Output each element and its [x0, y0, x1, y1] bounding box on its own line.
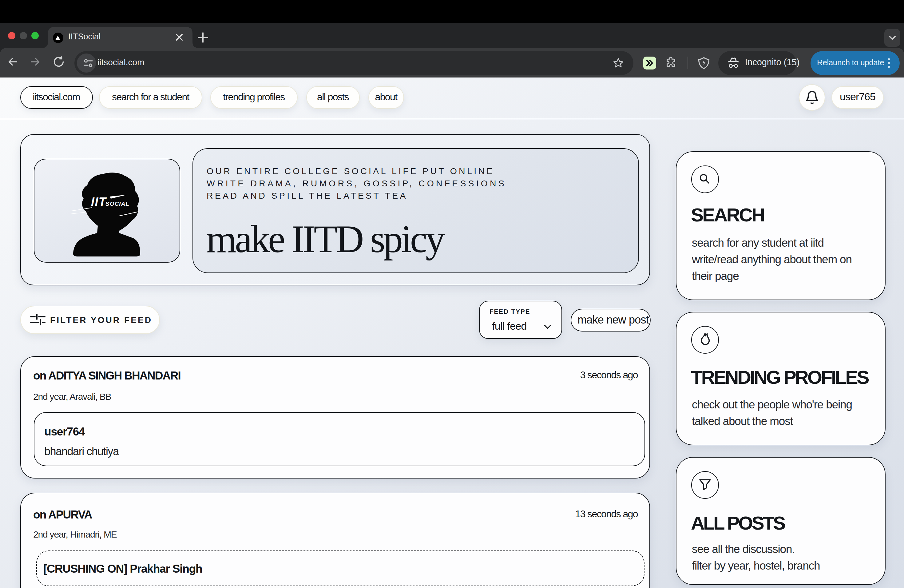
svg-text:SOCIAL: SOCIAL	[106, 201, 130, 207]
svg-text:IIT: IIT	[91, 195, 107, 208]
